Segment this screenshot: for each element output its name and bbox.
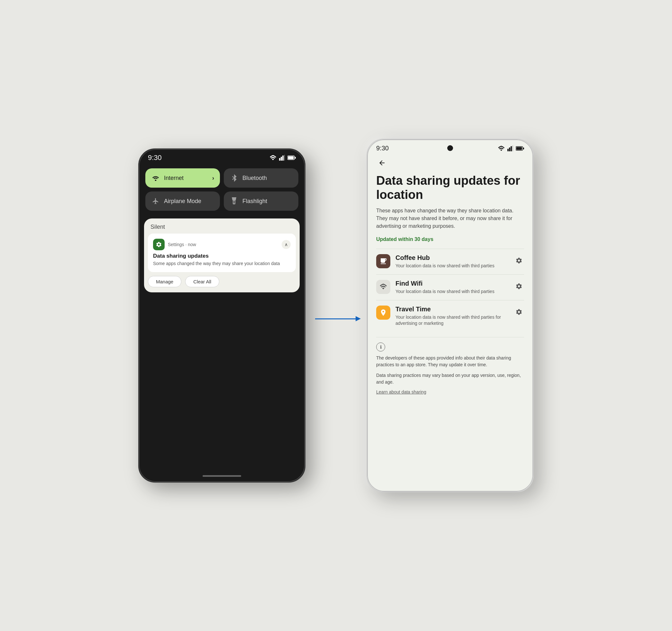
tile-airplane-label: Airplane Mode: [164, 198, 214, 205]
info-text-1: The developers of these apps provided in…: [376, 355, 524, 368]
svg-rect-12: [510, 146, 512, 151]
tile-bluetooth-label: Bluetooth: [242, 175, 293, 181]
home-bar: [202, 475, 241, 477]
arrow-line: [315, 319, 357, 319]
status-time-left: 9:30: [148, 154, 162, 162]
tile-internet[interactable]: Internet ›: [145, 168, 220, 187]
wifi-icon: [269, 155, 277, 161]
tile-airplane[interactable]: Airplane Mode: [145, 192, 220, 211]
back-button[interactable]: [376, 157, 388, 169]
notif-source: Settings · now: [168, 242, 279, 247]
coffee-hub-settings[interactable]: [514, 255, 524, 266]
detail-content: Data sharing updates for location These …: [367, 154, 533, 409]
find-wifi-settings[interactable]: [514, 281, 524, 292]
tile-arrow: ›: [212, 175, 214, 181]
coffee-hub-name: Coffee Hub: [395, 254, 509, 261]
info-icon: ℹ: [376, 343, 385, 352]
tile-flashlight-label: Flashlight: [242, 198, 293, 205]
page-title: Data sharing updates for location: [376, 174, 524, 202]
find-wifi-name: Find Wifi: [395, 280, 509, 287]
app-item-wifi: Find Wifi Your location data is now shar…: [376, 274, 524, 300]
tile-internet-label: Internet: [164, 175, 208, 181]
status-bar-left: 9:30: [139, 149, 305, 165]
info-text-2: Data sharing practices may vary based on…: [376, 372, 524, 385]
status-icons-left: [269, 155, 296, 161]
notif-body: Some apps changed the way they may share…: [153, 260, 291, 267]
updated-label: Updated within 30 days: [376, 236, 524, 242]
camera-notch: [447, 145, 453, 151]
signal-icon-right: [507, 146, 513, 151]
svg-rect-10: [507, 149, 509, 151]
notification-panel: Silent Settings · now ∧ Data sharing upd…: [144, 219, 300, 293]
learn-link[interactable]: Learn about data sharing: [376, 389, 524, 395]
phone-left: 9:30: [138, 148, 306, 483]
notif-actions: Manage Clear All: [144, 272, 300, 287]
travel-time-icon: [376, 306, 390, 320]
flashlight-icon: [230, 197, 239, 206]
info-box: ℹ The developers of these apps provided …: [376, 337, 524, 400]
travel-time-info: Travel Time Your location data is now sh…: [395, 306, 509, 327]
svg-rect-16: [517, 147, 522, 150]
status-icons-right: [498, 146, 524, 151]
svg-rect-5: [295, 157, 296, 159]
notif-chevron[interactable]: ∧: [282, 240, 291, 249]
silent-label: Silent: [144, 219, 300, 233]
svg-rect-9: [234, 201, 235, 203]
battery-icon: [287, 155, 296, 160]
app-item-coffee: Coffee Hub Your location data is now sha…: [376, 249, 524, 274]
navigation-arrow: [315, 319, 357, 319]
travel-time-desc: Your location data is now shared with th…: [395, 314, 509, 327]
airplane-icon: [151, 197, 160, 206]
tile-flashlight[interactable]: Flashlight: [224, 192, 298, 211]
arrow-head: [356, 316, 361, 321]
app-item-travel: Travel Time Your location data is now sh…: [376, 300, 524, 332]
notif-title: Data sharing updates: [153, 253, 291, 259]
battery-icon-right: [516, 146, 524, 151]
wifi-tile-icon: [151, 174, 160, 182]
manage-button[interactable]: Manage: [148, 276, 181, 287]
phone-right: 9:30: [366, 139, 534, 492]
svg-point-7: [155, 180, 157, 181]
find-wifi-info: Find Wifi Your location data is now shar…: [395, 280, 509, 295]
svg-rect-0: [279, 158, 280, 161]
svg-rect-13: [512, 146, 513, 151]
svg-rect-2: [282, 155, 284, 161]
page-subtitle: These apps have changed the way they sha…: [376, 207, 524, 230]
notif-icon: [153, 239, 165, 250]
quick-settings: Internet › Bluetooth Airpl: [139, 165, 305, 214]
tile-bluetooth[interactable]: Bluetooth: [224, 168, 298, 187]
coffee-hub-icon: [376, 254, 390, 268]
svg-rect-6: [288, 156, 294, 159]
status-time-right: 9:30: [376, 145, 389, 152]
svg-rect-3: [284, 155, 285, 161]
svg-rect-15: [523, 148, 524, 149]
bluetooth-icon: [230, 174, 239, 182]
travel-time-settings[interactable]: [514, 307, 524, 317]
clear-all-button[interactable]: Clear All: [185, 276, 219, 287]
wifi-icon-right: [498, 146, 505, 151]
coffee-hub-info: Coffee Hub Your location data is now sha…: [395, 254, 509, 269]
notification-card[interactable]: Settings · now ∧ Data sharing updates So…: [148, 233, 296, 272]
coffee-hub-desc: Your location data is now shared with th…: [395, 263, 509, 269]
find-wifi-desc: Your location data is now shared with th…: [395, 288, 509, 295]
svg-rect-11: [509, 148, 510, 151]
travel-time-name: Travel Time: [395, 306, 509, 313]
signal-icon: [279, 155, 285, 161]
svg-rect-1: [281, 157, 282, 161]
find-wifi-icon: [376, 280, 390, 294]
